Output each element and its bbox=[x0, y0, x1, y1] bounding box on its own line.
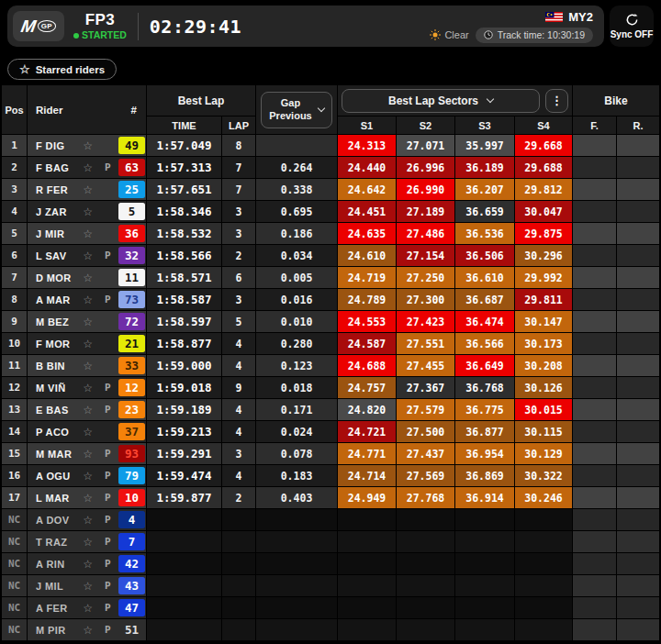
table-row[interactable]: 13 E BAS ☆ P 23 1:59.189 4 0.171 24.820 … bbox=[2, 399, 659, 420]
sector-s1: 24.789 bbox=[338, 289, 396, 310]
table-row[interactable]: 4 J ZAR ☆ 5 1:58.346 3 0.695 24.451 27.1… bbox=[2, 201, 659, 222]
table-row[interactable]: NC M PIR ☆ P 51 bbox=[2, 619, 659, 640]
sector-s3: 36.649 bbox=[455, 355, 514, 376]
star-rider-icon[interactable]: ☆ bbox=[79, 382, 97, 394]
best-lap-number bbox=[222, 531, 255, 552]
table-row[interactable]: NC T RAZ ☆ P 7 bbox=[2, 531, 659, 552]
position: NC bbox=[2, 531, 27, 552]
sector-s4: 30.246 bbox=[515, 487, 572, 508]
best-lap-number: 6 bbox=[222, 267, 255, 288]
star-rider-icon[interactable]: ☆ bbox=[79, 470, 97, 483]
table-row[interactable]: 5 J MIR ☆ 36 1:58.532 3 0.186 24.635 27.… bbox=[2, 223, 659, 244]
rider-cell: A RIN ☆ P 42 bbox=[28, 553, 146, 574]
sector-s3: 36.536 bbox=[455, 223, 514, 244]
gap-mode-dropdown[interactable]: Gap Previous bbox=[261, 92, 332, 128]
table-row[interactable]: NC A FER ☆ P 47 bbox=[2, 597, 659, 618]
position: 7 bbox=[2, 267, 27, 288]
rider-name: M BEZ bbox=[36, 316, 79, 328]
table-row[interactable]: 15 M MAR ☆ P 93 1:59.291 3 0.078 24.771 … bbox=[2, 443, 659, 464]
gap-previous: 0.186 bbox=[256, 223, 337, 244]
table-row[interactable]: 9 M BEZ ☆ 72 1:58.597 5 0.010 24.553 27.… bbox=[2, 311, 659, 332]
bike-rear bbox=[617, 509, 659, 530]
rider-number-plate: 12 bbox=[118, 379, 145, 396]
table-row[interactable]: 16 A OGU ☆ P 79 1:59.474 4 0.183 24.714 … bbox=[2, 465, 659, 486]
sector-s3: 36.610 bbox=[455, 267, 514, 288]
bike-front bbox=[573, 597, 616, 618]
star-rider-icon[interactable]: ☆ bbox=[79, 316, 97, 328]
pit-icon: P bbox=[96, 558, 118, 570]
star-rider-icon[interactable]: ☆ bbox=[79, 161, 97, 174]
best-lap-number: 3 bbox=[222, 289, 255, 310]
position: NC bbox=[2, 575, 27, 596]
table-row[interactable]: 7 D MOR ☆ 11 1:58.571 6 0.005 24.719 27.… bbox=[2, 267, 659, 288]
event-code: MY2 bbox=[568, 10, 593, 24]
table-row[interactable]: 2 F BAG ☆ P 63 1:57.313 7 0.264 24.440 2… bbox=[2, 157, 659, 178]
pit-icon: P bbox=[96, 492, 118, 504]
position: 9 bbox=[2, 311, 27, 332]
position: 11 bbox=[2, 355, 27, 376]
sync-icon bbox=[625, 13, 639, 27]
star-rider-icon[interactable]: ☆ bbox=[79, 492, 97, 505]
bike-front bbox=[573, 399, 616, 420]
star-rider-icon[interactable]: ☆ bbox=[79, 580, 97, 593]
session-name: FP3 bbox=[85, 12, 115, 28]
position: 2 bbox=[2, 157, 27, 178]
starred-riders-label: Starred riders bbox=[36, 64, 105, 75]
table-row[interactable]: NC J MIL ☆ P 43 bbox=[2, 575, 659, 596]
star-rider-icon[interactable]: ☆ bbox=[79, 404, 97, 416]
star-rider-icon[interactable]: ☆ bbox=[79, 272, 97, 284]
best-lap-number: 4 bbox=[222, 333, 255, 354]
rider-name: A FER bbox=[36, 603, 79, 614]
star-rider-icon[interactable]: ☆ bbox=[79, 426, 97, 439]
sectors-mode-dropdown[interactable]: Best Lap Sectors bbox=[342, 89, 540, 113]
star-rider-icon[interactable]: ☆ bbox=[79, 338, 97, 350]
position: 16 bbox=[2, 465, 27, 486]
table-row[interactable]: 3 R FER ☆ 25 1:57.651 7 0.338 24.642 26.… bbox=[2, 179, 659, 200]
star-rider-icon[interactable]: ☆ bbox=[79, 448, 97, 461]
table-row[interactable]: 10 F MOR ☆ 21 1:58.877 4 0.280 24.587 27… bbox=[2, 333, 659, 354]
table-row[interactable]: 1 F DIG ☆ 49 1:57.049 8 24.313 27.071 35… bbox=[2, 135, 659, 156]
sector-s1: 24.688 bbox=[338, 355, 396, 376]
table-row[interactable]: 14 P ACO ☆ 37 1:59.213 4 0.024 24.721 27… bbox=[2, 421, 659, 442]
rider-cell: B BIN ☆ 33 bbox=[28, 355, 146, 376]
table-row[interactable]: NC A RIN ☆ P 42 bbox=[2, 553, 659, 574]
star-rider-icon[interactable]: ☆ bbox=[79, 139, 97, 152]
pit-icon: P bbox=[96, 161, 118, 173]
col-lap: LAP bbox=[222, 117, 255, 134]
rider-cell: J MIL ☆ P 43 bbox=[28, 575, 146, 596]
rider-number-plate: 72 bbox=[118, 313, 145, 330]
rider-cell: P ACO ☆ 37 bbox=[28, 421, 146, 442]
table-row[interactable]: NC A DOV ☆ P 4 bbox=[2, 509, 659, 530]
star-rider-icon[interactable]: ☆ bbox=[79, 360, 97, 372]
gap-previous bbox=[256, 619, 337, 640]
table-row[interactable]: 11 B BIN ☆ 33 1:59.000 4 0.123 24.688 27… bbox=[2, 355, 659, 376]
star-rider-icon[interactable]: ☆ bbox=[79, 514, 97, 527]
star-rider-icon[interactable]: ☆ bbox=[79, 183, 97, 196]
star-rider-icon[interactable]: ☆ bbox=[79, 294, 97, 306]
star-rider-icon[interactable]: ☆ bbox=[79, 602, 97, 615]
star-rider-icon[interactable]: ☆ bbox=[79, 205, 97, 218]
bike-front bbox=[573, 553, 616, 574]
sectors-menu-button[interactable]: ⋮ bbox=[545, 89, 568, 113]
sector-s1: 24.949 bbox=[338, 487, 396, 508]
position: 1 bbox=[2, 135, 27, 156]
sector-s1: 24.719 bbox=[338, 267, 396, 288]
star-rider-icon[interactable]: ☆ bbox=[79, 250, 97, 262]
starred-riders-button[interactable]: ☆ Starred riders bbox=[7, 59, 117, 80]
star-rider-icon[interactable]: ☆ bbox=[79, 228, 97, 240]
rider-number-plate: 23 bbox=[118, 401, 145, 418]
star-rider-icon[interactable]: ☆ bbox=[79, 624, 97, 637]
sector-s1: 24.313 bbox=[338, 135, 396, 156]
table-row[interactable]: 12 M VIÑ ☆ P 12 1:59.018 9 0.018 24.757 … bbox=[2, 377, 659, 398]
star-rider-icon[interactable]: ☆ bbox=[79, 536, 97, 549]
header-bar: M GP FP3 STARTED 02:29:41 MY bbox=[7, 6, 654, 47]
star-rider-icon[interactable]: ☆ bbox=[79, 558, 97, 571]
sync-button[interactable]: Sync OFF bbox=[610, 6, 654, 47]
table-row[interactable]: 17 L MAR ☆ P 10 1:59.877 2 0.403 24.949 … bbox=[2, 487, 659, 508]
sector-s4: 30.208 bbox=[515, 355, 572, 376]
sector-s3: 36.775 bbox=[455, 399, 514, 420]
best-lap-time bbox=[147, 531, 221, 552]
sector-s2 bbox=[397, 619, 454, 640]
table-row[interactable]: 8 A MAR ☆ P 73 1:58.587 3 0.016 24.789 2… bbox=[2, 289, 659, 310]
table-row[interactable]: 6 L SAV ☆ P 32 1:58.566 2 0.034 24.610 2… bbox=[2, 245, 659, 266]
